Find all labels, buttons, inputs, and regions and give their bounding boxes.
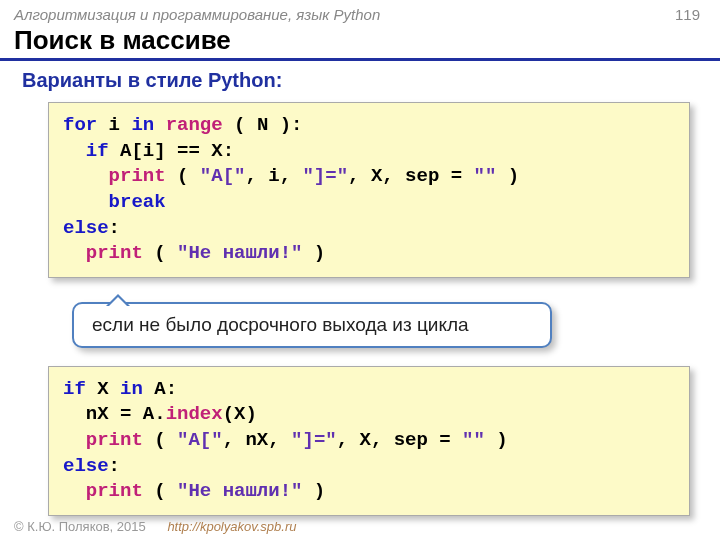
kw-in: in (131, 114, 154, 136)
kw-in: in (120, 378, 143, 400)
kw-else: else (63, 455, 109, 477)
kw-else: else (63, 217, 109, 239)
fn-print: print (86, 429, 143, 451)
kw-if: if (63, 378, 86, 400)
kw-for: for (63, 114, 97, 136)
kw-break: break (109, 191, 166, 213)
page-number: 119 (675, 6, 700, 23)
slide-footer: © К.Ю. Поляков, 2015 http://kpolyakov.sp… (14, 519, 297, 534)
code-block-2: if X in A: nX = A.index(X) print ( "A[",… (48, 366, 690, 516)
section-subtitle: Варианты в стиле Python: (0, 61, 720, 98)
kw-if: if (86, 140, 109, 162)
fn-range: range (166, 114, 223, 136)
fn-print: print (86, 480, 143, 502)
callout-note: если не было досрочного выхода из цикла (72, 302, 552, 348)
copyright: © К.Ю. Поляков, 2015 (14, 519, 146, 534)
callout-wrap: если не было досрочного выхода из цикла (48, 302, 690, 348)
fn-index: index (166, 403, 223, 425)
slide-header: Алгоритмизация и программирование, язык … (0, 0, 720, 25)
fn-print: print (86, 242, 143, 264)
page-title: Поиск в массиве (0, 25, 720, 61)
fn-print: print (109, 165, 166, 187)
author-url: http://kpolyakov.spb.ru (167, 519, 296, 534)
course-title: Алгоритмизация и программирование, язык … (14, 6, 380, 23)
code-block-1: for i in range ( N ): if A[i] == X: prin… (48, 102, 690, 278)
